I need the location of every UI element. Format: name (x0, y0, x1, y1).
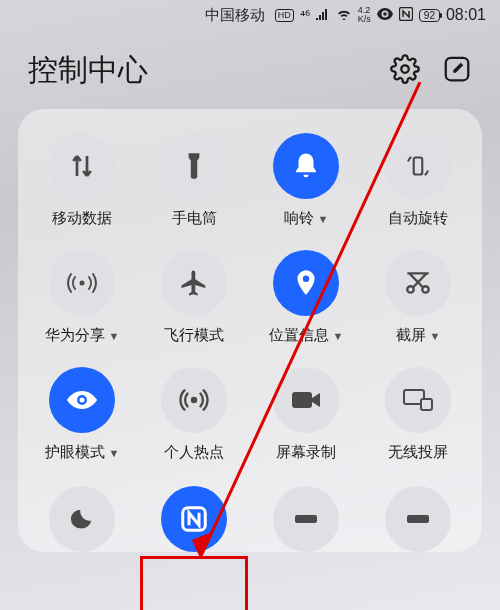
airplane-icon (161, 250, 227, 316)
hotspot-icon (161, 367, 227, 433)
battery-indicator: 92 (419, 9, 440, 22)
bell-icon (273, 133, 339, 199)
svg-rect-12 (421, 399, 432, 410)
moon-icon (49, 486, 115, 552)
mobile-data-icon (49, 133, 115, 199)
tile-extra-1[interactable] (250, 484, 362, 552)
rotate-icon (385, 133, 451, 199)
location-icon (273, 250, 339, 316)
tile-nfc[interactable] (138, 484, 250, 552)
edit-button[interactable] (442, 54, 472, 88)
status-bar: 中国移动 HD ⁴⁶ 4.2K/s 92 08:01 (0, 0, 500, 30)
tile-label: 响铃 (284, 209, 314, 228)
tile-label: 手电筒 (172, 209, 217, 228)
tile-label: 华为分享 (45, 326, 105, 345)
share-icon (49, 250, 115, 316)
tile-label: 截屏 (396, 326, 426, 345)
tile-ringer[interactable]: 响铃▼ (250, 133, 362, 228)
control-panel: 移动数据 手电筒 响铃▼ 自动旋转 华为分享▼ (18, 109, 482, 552)
carrier-label: 中国移动 (205, 6, 265, 25)
signal-icon (316, 8, 330, 23)
chevron-down-icon: ▼ (109, 447, 120, 459)
tile-dark-mode[interactable] (26, 484, 138, 552)
svg-rect-14 (295, 515, 317, 523)
svg-point-5 (80, 281, 85, 286)
tile-mobile-data[interactable]: 移动数据 (26, 133, 138, 228)
tile-label: 护眼模式 (45, 443, 105, 462)
tile-eye-comfort[interactable]: 护眼模式▼ (26, 367, 138, 462)
hd-badge: HD (275, 9, 294, 22)
chevron-down-icon: ▼ (430, 330, 441, 342)
tile-label: 自动旋转 (388, 209, 448, 228)
tile-label: 移动数据 (52, 209, 112, 228)
tile-screen-record[interactable]: 屏幕录制 (250, 367, 362, 462)
svg-point-9 (191, 397, 197, 403)
tile-flashlight[interactable]: 手电筒 (138, 133, 250, 228)
page-title: 控制中心 (28, 50, 148, 91)
tile-label: 位置信息 (269, 326, 329, 345)
tile-location[interactable]: 位置信息▼ (250, 250, 362, 345)
svg-rect-15 (407, 515, 429, 523)
svg-rect-10 (292, 392, 312, 408)
svg-point-2 (401, 65, 409, 73)
tile-screenshot[interactable]: 截屏▼ (362, 250, 474, 345)
generic-icon (273, 486, 339, 552)
nfc-tile-icon (161, 486, 227, 552)
tile-airplane[interactable]: 飞行模式 (138, 250, 250, 345)
eye-icon (49, 367, 115, 433)
chevron-down-icon: ▼ (333, 330, 344, 342)
eye-icon (377, 8, 393, 23)
tile-extra-2[interactable] (362, 484, 474, 552)
svg-point-8 (80, 398, 85, 403)
tile-huawei-share[interactable]: 华为分享▼ (26, 250, 138, 345)
generic-icon (385, 486, 451, 552)
svg-point-6 (407, 286, 413, 292)
chevron-down-icon: ▼ (109, 330, 120, 342)
annotation-box (140, 556, 248, 610)
tile-grid: 移动数据 手电筒 响铃▼ 自动旋转 华为分享▼ (26, 133, 474, 552)
tile-label: 飞行模式 (164, 326, 224, 345)
svg-point-7 (422, 286, 428, 292)
svg-rect-4 (414, 157, 423, 174)
cast-icon (385, 367, 451, 433)
chevron-down-icon: ▼ (318, 213, 329, 225)
tile-label: 屏幕录制 (276, 443, 336, 462)
tile-wireless-cast[interactable]: 无线投屏 (362, 367, 474, 462)
camera-icon (273, 367, 339, 433)
wifi-icon (336, 8, 352, 23)
settings-button[interactable] (390, 54, 420, 88)
flashlight-icon (161, 133, 227, 199)
net-speed: 4.2K/s (358, 6, 371, 24)
tile-label: 个人热点 (164, 443, 224, 462)
svg-point-0 (383, 12, 387, 16)
tile-auto-rotate[interactable]: 自动旋转 (362, 133, 474, 228)
tile-label: 无线投屏 (388, 443, 448, 462)
nfc-icon (399, 7, 413, 24)
scissors-icon (385, 250, 451, 316)
clock: 08:01 (446, 6, 486, 24)
signal-tag: ⁴⁶ (300, 8, 310, 23)
tile-hotspot[interactable]: 个人热点 (138, 367, 250, 462)
panel-header: 控制中心 (0, 30, 500, 109)
